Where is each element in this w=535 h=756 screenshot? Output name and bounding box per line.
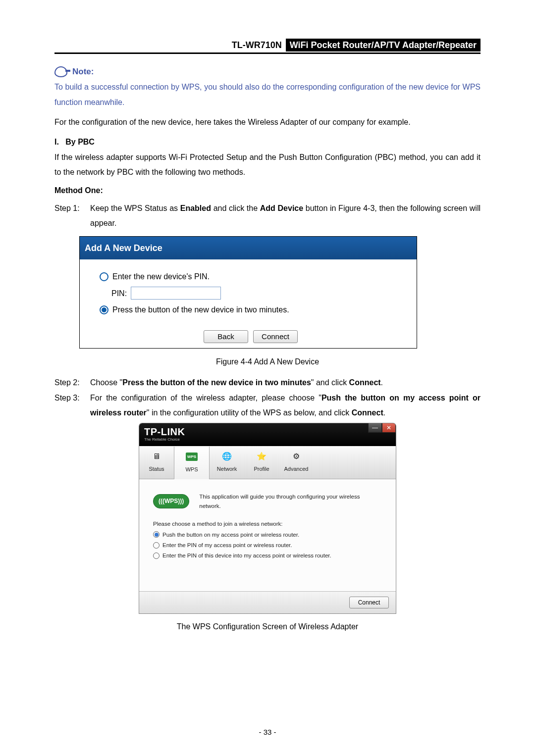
tab-network[interactable]: 🌐 Network <box>210 446 244 479</box>
tab-profile[interactable]: ⭐ Profile <box>244 446 279 479</box>
tab-bar: 🖥 Status WPS WPS 🌐 Network ⭐ Profile ⚙ <box>139 446 396 479</box>
page-number: - 33 - <box>0 728 535 736</box>
pin-label: PIN: <box>111 285 127 302</box>
tplink-tagline: The Reliable Choice <box>144 436 185 443</box>
section-title: By PBC <box>65 138 95 146</box>
wps-opt1-label: Push the button on my access point or wi… <box>162 530 299 539</box>
wps-intro-text: This application will guide you through … <box>199 492 382 510</box>
wps-opt2-label: Enter the PIN of my access point or wire… <box>162 541 292 550</box>
tab-advanced[interactable]: ⚙ Advanced <box>279 446 314 479</box>
note-label: Note: <box>72 64 94 80</box>
note-hand-icon <box>54 66 67 77</box>
note-body: To build a successful connection by WPS,… <box>54 80 481 110</box>
wps-opt3-label: Enter the PIN of this device into my acc… <box>162 551 331 560</box>
advanced-icon: ⚙ <box>291 451 302 462</box>
network-icon: 🌐 <box>221 451 232 462</box>
radio-unchecked-icon <box>153 553 160 559</box>
step3-body: For the configuration of the wireless ad… <box>90 391 481 421</box>
tab-wps[interactable]: WPS WPS <box>174 447 210 479</box>
wps-tab-icon: WPS <box>186 452 197 462</box>
profile-icon: ⭐ <box>256 451 267 462</box>
wps-screenshot-caption: The WPS Configuration Screen of Wireless… <box>54 619 481 634</box>
config-paragraph: For the configuration of the new device,… <box>54 115 481 130</box>
figure-4-4-panel: Add A New Device Enter the new device's … <box>79 236 417 349</box>
tplink-window: TP-LINK The Reliable Choice — ✕ 🖥 Status… <box>139 423 396 613</box>
wps-choose-label: Please choose a method to join a wireles… <box>153 519 382 528</box>
fig44-title: Add A New Device <box>80 237 417 259</box>
page-header: TL-WR710N WiFi Pocket Router/AP/TV Adapt… <box>54 39 481 51</box>
step3-label: Step 3: <box>54 391 86 421</box>
option-enter-pin[interactable]: Enter the new device's PIN. <box>100 268 402 285</box>
radio-unchecked-icon <box>153 542 160 549</box>
step2-label: Step 2: <box>54 375 86 390</box>
tplink-connect-button[interactable]: Connect <box>349 597 389 608</box>
connect-button[interactable]: Connect <box>253 330 298 343</box>
wps-opt-enter-pin-device[interactable]: Enter the PIN of this device into my acc… <box>153 551 382 560</box>
wps-opt-enter-pin-ap[interactable]: Enter the PIN of my access point or wire… <box>153 541 382 550</box>
header-divider <box>54 52 481 54</box>
step1-label: Step 1: <box>54 201 86 231</box>
header-subtitle: WiFi Pocket Router/AP/TV Adapter/Repeate… <box>286 39 481 51</box>
back-button[interactable]: Back <box>204 330 248 343</box>
pin-input[interactable] <box>131 287 221 300</box>
pbc-paragraph: If the wireless adapter supports Wi-Fi P… <box>54 150 481 180</box>
step1-body: Keep the WPS Status as Enabled and click… <box>90 201 481 231</box>
tplink-title-bar: TP-LINK The Reliable Choice — ✕ <box>139 423 396 446</box>
header-model: TL-WR710N <box>54 39 286 51</box>
tab-status[interactable]: 🖥 Status <box>139 446 174 479</box>
status-icon: 🖥 <box>151 451 162 462</box>
radio-checked-icon <box>153 531 160 538</box>
minimize-icon[interactable]: — <box>368 423 382 433</box>
radio-checked-icon <box>100 305 108 314</box>
fig44-caption: Figure 4-4 Add A New Device <box>54 354 481 369</box>
section-num: I. <box>54 138 59 146</box>
option-press-button[interactable]: Press the button of the new device in tw… <box>100 302 402 318</box>
tplink-logo: TP-LINK <box>144 427 185 437</box>
wps-opt-push-button[interactable]: Push the button on my access point or wi… <box>153 530 382 539</box>
close-icon[interactable]: ✕ <box>382 423 396 433</box>
step2-body: Choose "Press the button of the new devi… <box>90 375 481 390</box>
option-press-button-label: Press the button of the new device in tw… <box>112 302 289 318</box>
radio-unchecked-icon <box>100 272 108 281</box>
option-enter-pin-label: Enter the new device's PIN. <box>112 268 210 285</box>
wps-pill-icon: (((WPS))) <box>153 494 189 508</box>
method-one-title: Method One: <box>54 183 481 198</box>
